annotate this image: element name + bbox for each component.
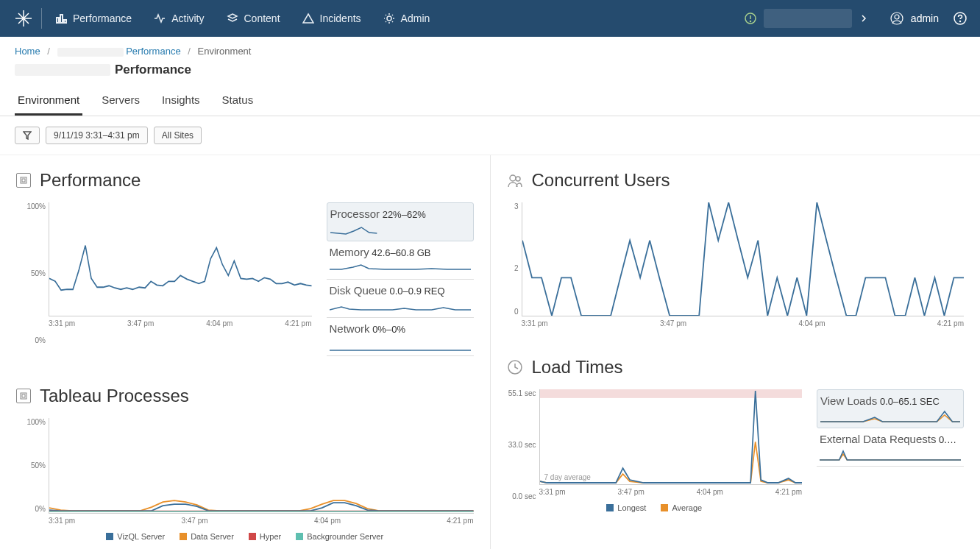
x-axis: 3:31 pm 3:47 pm 4:04 pm 4:21 pm <box>49 316 312 327</box>
nav-label: Content <box>244 13 280 24</box>
y-axis: 100% 50% 0% <box>13 418 49 513</box>
nav-divider <box>41 8 42 29</box>
tab-insights[interactable]: Insights <box>159 88 203 116</box>
panel-title: Performance <box>40 170 141 191</box>
panel-title: Tableau Processes <box>40 386 189 406</box>
svg-point-12 <box>750 21 750 22</box>
metric-network[interactable]: Network 0%–0% <box>327 318 474 356</box>
breadcrumb: Home / Performance / Environment <box>0 37 980 63</box>
nav-incidents[interactable]: Incidents <box>302 13 361 24</box>
metric-disk[interactable]: Disk Queue 0.0–0.9 REQ <box>327 280 474 318</box>
metric-external[interactable]: External Data Requests 0.… <box>817 428 964 467</box>
tabs: Environment Servers Insights Status <box>0 88 980 116</box>
cpu-icon <box>16 389 31 403</box>
users-chart[interactable] <box>522 202 965 316</box>
nav-admin[interactable]: Admin <box>383 13 430 24</box>
y-axis: 3 2 0 <box>507 202 522 316</box>
load-metrics: View Loads 0.0–65.1 SEC External Data Re… <box>817 389 964 512</box>
status-icon[interactable] <box>745 13 756 24</box>
nav-activity[interactable]: Activity <box>154 13 204 24</box>
filter-button[interactable] <box>15 127 40 144</box>
metric-memory[interactable]: Memory 42.6–60.8 GB <box>327 241 474 280</box>
page-title-text: Performance <box>115 63 191 77</box>
svg-rect-5 <box>60 15 63 23</box>
user-icon[interactable] <box>890 12 903 25</box>
x-axis: 3:31 pm 3:47 pm 4:04 pm 4:21 pm <box>522 316 965 327</box>
svg-rect-28 <box>540 389 803 398</box>
nav-label: Activity <box>171 13 204 24</box>
nav-content[interactable]: Content <box>227 13 280 24</box>
performance-metrics: Processor 22%–62% Memory 42.6–60.8 GB Di… <box>327 202 474 356</box>
breadcrumb-current: Environment <box>197 46 251 57</box>
svg-rect-18 <box>21 177 26 183</box>
svg-rect-22 <box>22 394 25 397</box>
processes-legend: VizQL Server Data Server Hyper Backgroun… <box>16 532 474 541</box>
tab-servers[interactable]: Servers <box>99 88 143 116</box>
tab-environment[interactable]: Environment <box>15 88 82 116</box>
performance-chart[interactable] <box>49 202 312 316</box>
load-chart[interactable]: 7 day average <box>539 389 803 485</box>
panel-title: Concurrent Users <box>532 170 670 191</box>
svg-point-25 <box>510 175 516 181</box>
nav-performance[interactable]: Performance <box>55 13 132 24</box>
svg-rect-4 <box>57 18 59 23</box>
nav-label: Performance <box>73 13 132 24</box>
nav-label: Admin <box>401 13 430 24</box>
timerange-filter[interactable]: 9/11/19 3:31–4:31 pm <box>46 127 148 144</box>
y-axis: 55.1 sec 33.0 sec 0.0 sec <box>504 389 539 500</box>
x-axis: 3:31 pm 3:47 pm 4:04 pm 4:21 pm <box>539 485 803 496</box>
svg-rect-21 <box>21 393 26 399</box>
svg-marker-8 <box>303 14 313 23</box>
site-filter[interactable]: All Sites <box>154 127 202 144</box>
dashboard: Performance 100% 50% 0% 3:31 pm <box>0 155 980 549</box>
app-logo-icon[interactable] <box>13 8 34 29</box>
metric-viewloads[interactable]: View Loads 0.0–65.1 SEC <box>817 389 964 428</box>
svg-point-14 <box>895 15 899 19</box>
load-legend: Longest Average <box>507 503 803 512</box>
cpu-icon <box>16 173 31 188</box>
svg-marker-17 <box>24 132 31 139</box>
svg-rect-6 <box>64 20 66 23</box>
y-axis: 100% 50% 0% <box>13 202 49 344</box>
metric-processor[interactable]: Processor 22%–62% <box>327 202 474 241</box>
search-box[interactable] <box>764 9 852 28</box>
tab-status[interactable]: Status <box>219 88 257 116</box>
svg-point-16 <box>960 21 961 22</box>
filter-icon <box>23 131 32 140</box>
svg-point-26 <box>516 177 520 181</box>
svg-rect-19 <box>22 179 25 182</box>
x-axis: 3:31 pm 3:47 pm 4:04 pm 4:21 pm <box>49 514 474 525</box>
panel-performance: Performance 100% 50% 0% 3:31 pm <box>16 170 474 356</box>
panel-load: Load Times 55.1 sec 33.0 sec 0.0 sec <box>507 357 965 512</box>
help-icon[interactable] <box>954 12 967 25</box>
svg-point-9 <box>387 16 391 21</box>
breadcrumb-section[interactable]: Performance <box>126 46 180 57</box>
filter-bar: 9/11/19 3:31–4:31 pm All Sites <box>0 116 980 155</box>
avg-note: 7 day average <box>544 473 591 481</box>
panel-processes: Tableau Processes 100% 50% 0% <box>16 386 474 541</box>
panel-title: Load Times <box>532 357 623 378</box>
svg-marker-7 <box>228 14 237 18</box>
processes-chart[interactable] <box>49 418 474 514</box>
breadcrumb-home[interactable]: Home <box>15 46 40 57</box>
breadcrumb-redacted <box>57 48 124 57</box>
users-icon <box>507 172 523 188</box>
page-title: Performance <box>0 63 980 88</box>
nav-label: Incidents <box>320 13 361 24</box>
clock-icon <box>507 359 523 375</box>
user-name[interactable]: admin <box>911 13 939 24</box>
top-nav: Performance Activity Content Incidents A… <box>0 0 980 37</box>
chevron-right-icon[interactable] <box>859 14 868 23</box>
panel-users: Concurrent Users 3 2 0 3:31 pm 3:47 pm 4… <box>507 170 965 327</box>
